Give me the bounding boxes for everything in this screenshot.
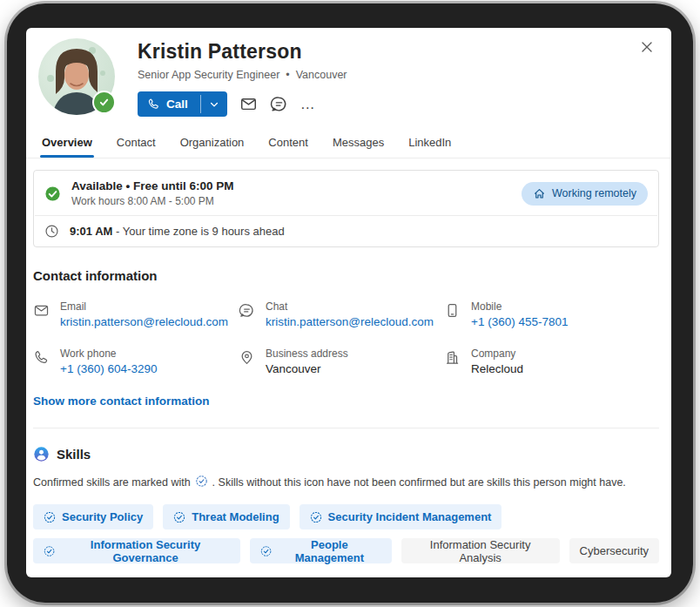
company-value: Relecloud — [471, 362, 523, 375]
skill-chip-cybersecurity[interactable]: Cybersecurity — [569, 538, 659, 563]
profile-header: Kristin Patterson Senior App Security En… — [26, 28, 671, 117]
chat-button[interactable] — [270, 95, 288, 113]
skill-chip-label: Information Security Analysis — [412, 538, 549, 564]
tab-contact[interactable]: Contact — [108, 131, 165, 158]
contact-item-mobile: Mobile +1 (360) 455-7801 — [444, 300, 650, 328]
availability-texts: Available • Free until 6:00 PM Work hour… — [71, 179, 234, 207]
skills-row-2: Information Security Governance People M… — [33, 538, 659, 563]
contact-label: Mobile — [471, 300, 568, 313]
subtitle-separator: • — [286, 69, 289, 81]
contact-grid: Email kristin.patterson@relecloud.com Ch… — [33, 300, 659, 375]
work-phone-link[interactable]: +1 (360) 604-3290 — [60, 362, 157, 375]
more-options-button[interactable]: … — [300, 100, 316, 109]
profile-tabs: Overview Contact Organization Content Me… — [26, 118, 671, 158]
close-button[interactable] — [636, 37, 657, 60]
contact-item-company: Company Relecloud — [444, 347, 650, 375]
mail-icon — [33, 300, 50, 328]
call-options-button[interactable] — [201, 91, 227, 117]
tab-overview[interactable]: Overview — [33, 131, 101, 158]
page-title: Kristin Patterson — [138, 38, 654, 64]
skill-chip-information-security-analysis[interactable]: Information Security Analysis — [401, 538, 560, 563]
skills-row-1: Security Policy Threat Modeling Security… — [33, 504, 659, 529]
presence-available-icon — [92, 91, 116, 114]
tab-content[interactable]: Content — [259, 131, 317, 158]
tab-linkedin[interactable]: LinkedIn — [400, 131, 460, 158]
work-hours: Work hours 8:00 AM - 5:00 PM — [71, 195, 234, 207]
verified-badge-icon — [44, 545, 55, 557]
contact-label: Email — [60, 300, 228, 313]
availability-card: Available • Free until 6:00 PM Work hour… — [33, 170, 659, 247]
contact-item-chat: Chat kristin.patterson@relecloud.com — [239, 300, 444, 328]
mobile-link[interactable]: +1 (360) 455-7801 — [471, 315, 568, 328]
contact-label: Chat — [266, 300, 434, 313]
skill-chip-label: Security Policy — [62, 510, 143, 523]
phone-icon — [147, 98, 160, 111]
contact-item-work-phone: Work phone +1 (360) 604-3290 — [33, 347, 239, 375]
skill-chip-security-incident-management[interactable]: Security Incident Management — [300, 504, 502, 529]
tab-organization[interactable]: Organization — [172, 131, 253, 158]
working-remotely-badge: Working remotely — [522, 182, 648, 206]
home-icon — [533, 187, 546, 200]
skills-description: Confirmed skills are marked with . Skill… — [33, 475, 659, 490]
skill-chip-label: People Management — [278, 538, 381, 564]
skill-chip-label: Threat Modeling — [192, 510, 279, 523]
skill-chip-threat-modeling[interactable]: Threat Modeling — [163, 504, 289, 529]
company-icon — [444, 347, 461, 375]
contact-item-business-address: Business address Vancouver — [239, 347, 444, 375]
location: Vancouver — [296, 69, 347, 81]
availability-row: Available • Free until 6:00 PM Work hour… — [34, 171, 658, 215]
skill-chip-label: Security Incident Management — [328, 510, 492, 523]
profile-card: Kristin Patterson Senior App Security En… — [26, 28, 671, 577]
skills-description-suffix: . Skills without this icon have not been… — [212, 476, 626, 489]
tab-messages[interactable]: Messages — [324, 131, 393, 158]
skill-chip-label: Cybersecurity — [580, 544, 649, 557]
verified-badge-icon — [195, 475, 208, 490]
window-frame: Kristin Patterson Senior App Security En… — [7, 3, 693, 603]
skills-description-prefix: Confirmed skills are marked with — [33, 476, 191, 489]
timezone-row: 9:01 AM - Your time zone is 9 hours ahea… — [34, 216, 658, 246]
availability-status: Available • Free until 6:00 PM — [71, 179, 234, 192]
show-more-contact-link[interactable]: Show more contact information — [33, 395, 210, 408]
skill-chip-information-security-governance[interactable]: Information Security Governance — [33, 538, 240, 563]
available-check-icon — [44, 185, 61, 202]
close-icon — [640, 40, 654, 54]
chat-link[interactable]: kristin.patterson@relecloud.com — [266, 315, 434, 328]
section-divider — [33, 428, 659, 428]
location-icon — [239, 347, 256, 375]
verified-badge-icon — [44, 511, 56, 523]
local-time: 9:01 AM — [70, 225, 112, 238]
call-split-button: Call — [138, 91, 227, 117]
timezone-note: - Your time zone is 9 hours ahead — [116, 225, 285, 238]
contact-label: Business address — [266, 347, 348, 360]
job-title: Senior App Security Engineer — [138, 69, 279, 81]
verified-badge-icon — [173, 511, 185, 523]
email-link[interactable]: kristin.patterson@relecloud.com — [60, 315, 228, 328]
chat-icon — [239, 300, 256, 328]
clock-icon — [44, 224, 59, 239]
call-button[interactable]: Call — [138, 91, 200, 117]
chat-icon — [270, 95, 288, 113]
skills-heading: Skills — [57, 447, 91, 462]
skill-chip-security-policy[interactable]: Security Policy — [33, 504, 153, 529]
mobile-icon — [444, 300, 461, 328]
contact-heading: Contact information — [33, 268, 659, 283]
header-actions: Call … — [138, 91, 654, 117]
skill-chip-people-management[interactable]: People Management — [250, 538, 392, 563]
skills-badge-icon — [33, 446, 50, 462]
call-button-label: Call — [166, 98, 188, 111]
business-address-value: Vancouver — [266, 362, 348, 375]
timezone-text: 9:01 AM - Your time zone is 9 hours ahea… — [70, 225, 285, 238]
skills-header: Skills — [33, 446, 659, 462]
verified-badge-icon — [310, 511, 322, 523]
more-icon: … — [300, 100, 316, 109]
chevron-down-icon — [209, 99, 219, 110]
skills-section: Skills Confirmed skills are marked with … — [26, 446, 671, 577]
contact-label: Work phone — [60, 347, 157, 360]
mail-icon — [239, 95, 258, 113]
working-remotely-label: Working remotely — [552, 187, 636, 199]
contact-section: Contact information Email kristin.patter… — [26, 268, 671, 408]
contact-item-email: Email kristin.patterson@relecloud.com — [33, 300, 239, 328]
person-subtitle: Senior App Security Engineer • Vancouver — [138, 69, 654, 81]
contact-label: Company — [471, 347, 523, 360]
send-email-button[interactable] — [239, 95, 258, 113]
